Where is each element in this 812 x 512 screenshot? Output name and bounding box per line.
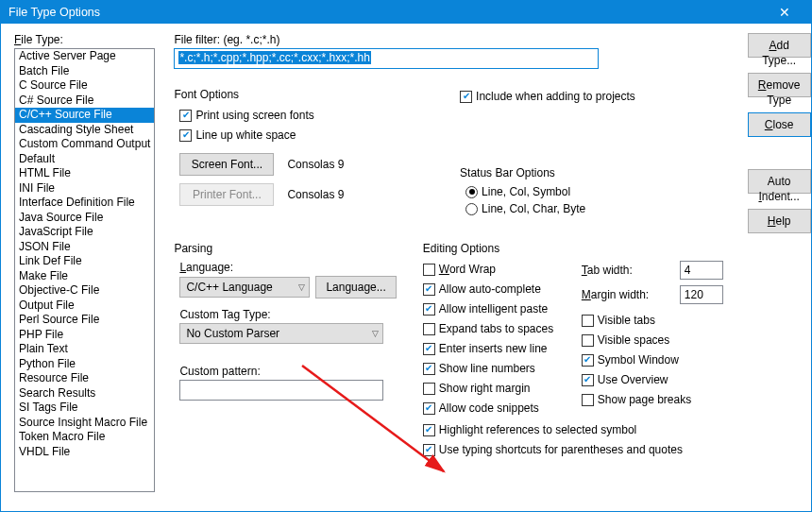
list-item[interactable]: PHP File (15, 328, 154, 343)
list-item[interactable]: JavaScript File (15, 225, 154, 240)
list-item[interactable]: HTML File (15, 166, 154, 181)
list-item[interactable]: C Source File (15, 78, 154, 94)
checkbox-icon (423, 343, 435, 355)
status-bar-group: Include when adding to projects Status B… (460, 88, 723, 219)
printer-font-name: Consolas 9 (287, 188, 344, 201)
list-item[interactable]: Resource File (15, 371, 154, 386)
checkbox-icon (179, 110, 192, 122)
list-item[interactable]: Link Def File (15, 254, 154, 269)
expand-tabs[interactable]: Expand tabs to spaces (423, 320, 568, 337)
margin-width-input[interactable] (680, 285, 723, 304)
list-item[interactable]: Perl Source File (15, 313, 154, 328)
list-item[interactable]: C/C++ Source File (15, 108, 154, 123)
language-button[interactable]: Language... (315, 276, 396, 299)
status-opt-line-col-char-byte[interactable]: Line, Col, Char, Byte (465, 202, 723, 215)
print-using-screen-fonts[interactable]: Print using screen fonts (179, 107, 437, 124)
list-item[interactable]: Output File (15, 299, 154, 314)
editing-left: Word Wrap Allow auto-complete Allow inte… (423, 261, 568, 419)
checkbox-icon (582, 374, 594, 386)
line-up-white-space[interactable]: Line up white space (179, 127, 437, 144)
visible-tabs[interactable]: Visible tabs (582, 312, 723, 329)
list-item[interactable]: Custom Command Output (15, 137, 154, 152)
list-item[interactable]: Plain Text (15, 342, 154, 357)
list-item[interactable]: VHDL File (15, 445, 154, 460)
list-item[interactable]: Source Insight Macro File (15, 416, 154, 431)
checkbox-icon (423, 383, 435, 395)
window-title: File Type Options (8, 6, 766, 19)
list-item[interactable]: Cascading Style Sheet (15, 123, 154, 138)
list-item[interactable]: Search Results (15, 386, 154, 401)
checkbox-icon (423, 264, 435, 276)
editing-options-group: Editing Options Word Wrap Allow auto-com… (423, 242, 723, 461)
word-wrap[interactable]: Word Wrap (423, 261, 568, 278)
custom-pattern-label: Custom pattern: (179, 365, 396, 378)
checkbox-icon (423, 323, 435, 335)
language-label: Language: (179, 261, 396, 274)
list-item[interactable]: Objective-C File (15, 283, 154, 299)
visible-spaces[interactable]: Visible spaces (582, 332, 723, 349)
list-item[interactable]: Interface Definition File (15, 196, 154, 211)
status-opt-line-col-symbol[interactable]: Line, Col, Symbol (465, 185, 723, 198)
auto-indent-button[interactable]: Auto Indent... (748, 169, 811, 194)
show-right-margin[interactable]: Show right margin (423, 380, 568, 397)
close-icon[interactable]: ✕ (766, 1, 804, 24)
list-item[interactable]: Java Source File (15, 211, 154, 226)
list-item[interactable]: Make File (15, 269, 154, 284)
editing-columns: Word Wrap Allow auto-complete Allow inte… (423, 261, 723, 419)
use-overview[interactable]: Use Overview (582, 371, 723, 388)
list-item[interactable]: C# Source File (15, 94, 154, 109)
editing-right: Tab width: Margin width: Visible tabs Vi… (582, 261, 723, 419)
remove-type-button[interactable]: Remove Type (748, 73, 811, 97)
radio-icon (465, 203, 478, 215)
use-typing-shortcuts[interactable]: Use typing shortcuts for parentheses and… (423, 441, 723, 458)
checkbox-icon (423, 444, 435, 456)
highlight-references[interactable]: Highlight references to selected symbol (423, 421, 723, 438)
chevron-down-icon: ▽ (372, 329, 379, 338)
screen-font-name: Consolas 9 (287, 158, 344, 171)
custom-tag-select[interactable]: No Custom Parser ▽ (179, 323, 383, 344)
checkbox-icon (423, 424, 435, 436)
list-item[interactable]: Active Server Page (15, 49, 154, 64)
add-type-button[interactable]: Add Type... (748, 33, 811, 58)
list-item[interactable]: Token Macro File (15, 430, 154, 445)
parsing-title: Parsing (174, 242, 396, 255)
checkbox-icon (582, 394, 594, 406)
checkbox-icon (582, 334, 594, 347)
language-select[interactable]: C/C++ Language ▽ (179, 277, 310, 298)
checkbox-icon (423, 303, 435, 316)
allow-code-snippets[interactable]: Allow code snippets (423, 400, 568, 417)
list-item[interactable]: SI Tags File (15, 401, 154, 416)
close-button[interactable]: Close (748, 112, 811, 137)
list-item[interactable]: INI File (15, 181, 154, 196)
lower-two-col: Parsing Language: C/C++ Language ▽ Langu… (174, 242, 722, 461)
screen-font-button[interactable]: Screen Font... (179, 153, 274, 176)
allow-auto-complete[interactable]: Allow auto-complete (423, 281, 568, 298)
list-item[interactable]: JSON File (15, 240, 154, 255)
dialog-content: File Type: Active Server PageBatch FileC… (1, 24, 811, 511)
custom-pattern-input[interactable] (179, 380, 383, 401)
allow-intelligent-paste[interactable]: Allow intelligent paste (423, 300, 568, 317)
tab-width-label: Tab width: (582, 264, 633, 277)
include-when-adding[interactable]: Include when adding to projects (460, 88, 723, 105)
show-line-numbers[interactable]: Show line numbers (423, 360, 568, 377)
file-type-options-dialog: File Type Options ✕ File Type: Active Se… (0, 0, 812, 512)
printer-font-button: Printer Font... (179, 183, 274, 206)
list-item[interactable]: Batch File (15, 64, 154, 79)
file-filter-row: File filter: (eg. *.c;*.h) *.c;*.h;*.cpp… (174, 33, 722, 69)
checkbox-icon (582, 315, 594, 327)
help-button[interactable]: Help (748, 209, 811, 233)
file-type-label: File Type: (14, 33, 155, 46)
list-item[interactable]: Default (15, 152, 154, 167)
tab-width-input[interactable] (680, 261, 723, 280)
show-page-breaks[interactable]: Show page breaks (582, 391, 723, 408)
chevron-down-icon: ▽ (298, 282, 305, 292)
file-type-listbox[interactable]: Active Server PageBatch FileC Source Fil… (14, 48, 155, 492)
enter-inserts-newline[interactable]: Enter inserts new line (423, 340, 568, 357)
editing-options-title: Editing Options (423, 242, 723, 255)
symbol-window[interactable]: Symbol Window (582, 351, 723, 368)
upper-two-col: Font Options Print using screen fonts Li… (174, 88, 722, 219)
list-item[interactable]: Python File (15, 357, 154, 372)
checkbox-icon (460, 91, 472, 103)
checkbox-icon (582, 354, 594, 367)
file-filter-input[interactable]: *.c;*.h;*.cpp;*.hpp;*.cc;*.cxx;*.hxx;*.h… (174, 48, 599, 69)
